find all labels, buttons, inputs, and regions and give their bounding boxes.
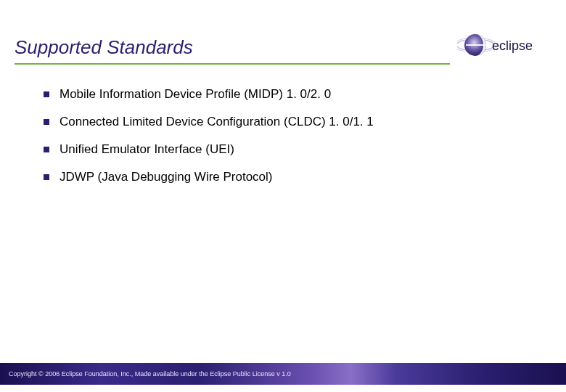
footer-bar: Copyright © 2006 Eclipse Foundation, Inc…	[0, 363, 566, 385]
slide-title: Supported Standards	[15, 36, 450, 59]
slide: Supported Standards eclipse Mobile Infor…	[0, 0, 566, 392]
bullet-text: Connected Limited Device Configuration (…	[60, 115, 374, 129]
list-item: Mobile Information Device Profile (MIDP)…	[44, 87, 537, 102]
bullet-text: Unified Emulator Interface (UEI)	[60, 142, 234, 157]
bullet-text: JDWP (Java Debugging Wire Protocol)	[60, 170, 273, 184]
bullet-icon	[44, 119, 49, 125]
list-item: Unified Emulator Interface (UEI)	[44, 142, 537, 157]
logo-text: eclipse	[492, 38, 533, 53]
footer-text: Copyright © 2006 Eclipse Foundation, Inc…	[9, 370, 291, 377]
bullet-icon	[44, 174, 49, 180]
eclipse-logo: eclipse	[457, 30, 551, 60]
bullet-icon	[44, 91, 49, 97]
bullet-text: Mobile Information Device Profile (MIDP)…	[60, 87, 331, 102]
list-item: Connected Limited Device Configuration (…	[44, 115, 537, 129]
title-area: Supported Standards	[15, 36, 450, 65]
bullet-list: Mobile Information Device Profile (MIDP)…	[44, 87, 537, 197]
list-item: JDWP (Java Debugging Wire Protocol)	[44, 170, 537, 184]
bullet-icon	[44, 147, 49, 152]
title-underline	[15, 63, 450, 65]
svg-rect-3	[466, 44, 485, 46]
